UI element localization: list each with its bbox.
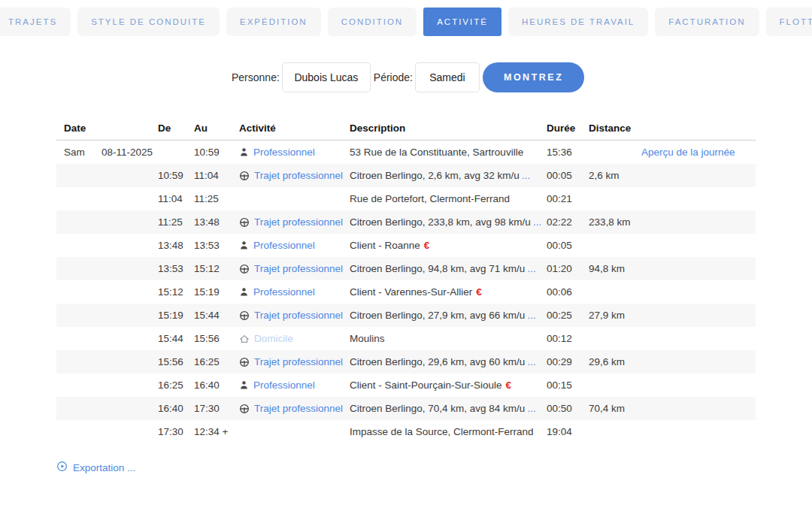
cell-date: 08-11-2025: [102, 147, 158, 158]
table-row: 13:5315:12Trajet professionnelCitroen Be…: [56, 257, 756, 280]
cell-duration: 00:25: [547, 310, 589, 321]
table-row: 17:3012:34 +Impasse de la Source, Clermo…: [56, 420, 756, 443]
cell-description: Impasse de la Source, Clermont-Ferrand: [350, 426, 547, 437]
description-more-link[interactable]: ...: [533, 216, 541, 228]
person-icon: [239, 240, 249, 250]
cell-duration: 00:15: [547, 379, 589, 391]
billable-euro-badge: €: [506, 379, 512, 391]
tab-exp-dition[interactable]: EXPÉDITION: [226, 8, 321, 36]
person-select[interactable]: Dubois Lucas: [282, 62, 371, 92]
cell-time-to: 16:40: [194, 379, 239, 391]
cell-description: Citroen Berlingo, 27,9 km, avg 66 km/u..…: [350, 310, 547, 321]
cell-activity: Professionnel: [239, 240, 350, 251]
tab-activit-[interactable]: ACTIVITÉ: [423, 8, 501, 36]
steering-wheel-icon: [239, 217, 250, 228]
description-text: Moulins: [350, 333, 385, 344]
description-more-link[interactable]: ...: [527, 263, 535, 274]
cell-time-to: 15:44: [194, 310, 239, 321]
cell-activity: Professionnel: [239, 286, 350, 298]
tab-style-de-conduite[interactable]: STYLE DE CONDUITE: [77, 8, 220, 36]
cell-time-from: 13:53: [158, 263, 194, 274]
table-header-row: Date De Au Activité Description Durée Di…: [56, 121, 756, 141]
description-more-link[interactable]: ...: [527, 310, 535, 321]
description-text: Citroen Berlingo, 94,8 km, avg 71 km/u: [350, 263, 525, 274]
person-icon: [239, 147, 249, 157]
header-date: Date: [64, 122, 158, 134]
person-icon: [239, 287, 249, 297]
cell-distance: 2,6 km: [589, 170, 641, 181]
activity-link[interactable]: Trajet professionnel: [254, 216, 343, 228]
cell-activity: Trajet professionnel: [239, 216, 350, 228]
cell-description: Citroen Berlingo, 29,6 km, avg 60 km/u..…: [350, 356, 547, 367]
activity-table: Date De Au Activité Description Durée Di…: [56, 121, 756, 443]
steering-wheel-icon: [239, 264, 250, 274]
cell-description: Citroen Berlingo, 2,6 km, avg 32 km/u...: [350, 170, 547, 181]
cell-description: Citroen Berlingo, 94,8 km, avg 71 km/u..…: [350, 263, 547, 274]
cell-time-from: 10:59: [158, 170, 194, 181]
table-row: 11:2513:48Trajet professionnelCitroen Be…: [56, 210, 756, 234]
person-icon: [239, 380, 249, 390]
header-distance: Distance: [589, 122, 641, 134]
description-text: Citroen Berlingo, 29,6 km, avg 60 km/u: [350, 356, 525, 367]
show-button[interactable]: MONTREZ: [483, 62, 584, 92]
header-au: Au: [194, 122, 239, 134]
person-icon: [239, 240, 249, 250]
cell-activity: Trajet professionnel: [239, 170, 350, 181]
description-more-link[interactable]: ...: [527, 403, 535, 414]
activity-link[interactable]: Professionnel: [253, 240, 315, 251]
activity-link[interactable]: Professionnel: [253, 379, 315, 391]
filter-bar: Personne: Dubois Lucas Période: Samedi M…: [232, 62, 812, 92]
description-text: Rue de Portefort, Clermont-Ferrand: [350, 193, 510, 204]
cell-time-from: 15:44: [158, 333, 194, 344]
tab-flotte[interactable]: FLOTTE: [766, 8, 812, 36]
cell-time-to: 11:04: [194, 170, 239, 181]
table-body: Sam08-11-202510:59Professionnel53 Rue de…: [56, 141, 756, 443]
cell-time-from: 15:19: [158, 310, 194, 321]
cell-description: Client - Varennes-Sur-Allier€: [350, 286, 547, 298]
table-row: 10:5911:04Trajet professionnelCitroen Be…: [56, 164, 756, 187]
day-overview-link[interactable]: Aperçu de la journée: [641, 147, 735, 158]
steering-wheel-icon: [239, 171, 250, 181]
export-link[interactable]: Exportation ...: [56, 461, 135, 474]
cell-activity: Trajet professionnel: [239, 310, 350, 321]
activity-link[interactable]: Trajet professionnel: [254, 310, 343, 321]
tab-heures-de-travail[interactable]: HEURES DE TRAVAIL: [508, 8, 648, 36]
activity-link[interactable]: Professionnel: [253, 286, 315, 298]
description-text: Impasse de la Source, Clermont-Ferrand: [350, 426, 534, 437]
activity-link[interactable]: Trajet professionnel: [254, 170, 343, 181]
description-more-link[interactable]: ...: [522, 170, 530, 181]
period-select[interactable]: Samedi: [415, 62, 480, 92]
description-text: Client - Saint-Pourçain-Sur-Sioule: [350, 379, 502, 391]
cell-time-to: 12:34 +: [194, 426, 239, 437]
cell-distance: 94,8 km: [589, 263, 641, 274]
cell-activity: Domicile: [239, 333, 350, 344]
tab-trajets[interactable]: TRAJETS: [0, 8, 71, 36]
export-label: Exportation ...: [73, 462, 135, 473]
activity-link[interactable]: Trajet professionnel: [254, 263, 343, 274]
cell-duration: 02:22: [547, 216, 589, 228]
cell-time-to: 15:12: [194, 263, 239, 274]
cell-description: Citroen Berlingo, 70,4 km, avg 84 km/u..…: [350, 403, 547, 414]
cell-duration: 00:29: [547, 356, 589, 367]
cell-time-from: 15:12: [158, 286, 194, 298]
cell-time-to: 17:30: [194, 403, 239, 414]
cell-time-from: 17:30: [158, 426, 194, 437]
description-more-link[interactable]: ...: [527, 356, 535, 367]
cell-duration: 00:05: [547, 240, 589, 251]
activity-link[interactable]: Professionnel: [253, 147, 315, 158]
cell-description: Citroen Berlingo, 233,8 km, avg 98 km/u.…: [350, 216, 547, 228]
cell-description: 53 Rue de la Constituante, Sartrouville: [350, 147, 547, 158]
cell-time-to: 15:19: [194, 286, 239, 298]
cell-duration: 15:36: [547, 147, 589, 158]
header-duration: Durée: [547, 122, 589, 134]
steering-wheel-icon: [239, 264, 250, 274]
description-text: Citroen Berlingo, 2,6 km, avg 32 km/u: [350, 170, 520, 181]
steering-wheel-icon: [239, 310, 250, 321]
cell-duration: 19:04: [547, 426, 589, 437]
tab-condition[interactable]: CONDITION: [328, 8, 417, 36]
activity-link[interactable]: Domicile: [254, 333, 293, 344]
header-description: Description: [350, 122, 547, 134]
tab-facturation[interactable]: FACTURATION: [655, 8, 759, 36]
activity-link[interactable]: Trajet professionnel: [254, 403, 343, 414]
activity-link[interactable]: Trajet professionnel: [254, 356, 343, 367]
